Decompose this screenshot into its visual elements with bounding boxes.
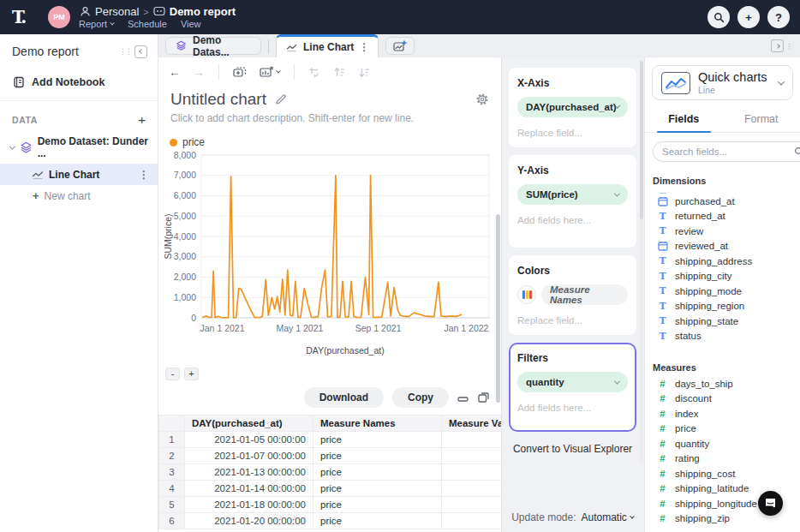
drag-handle-icon[interactable]: ⋮⋮ [119,47,131,56]
zoom-in-button[interactable]: + [184,368,199,380]
convert-to-visual-explorer-button[interactable]: Convert to Visual Explorer [509,443,636,455]
table-row[interactable]: 22021-01-07 00:00:00price [159,448,502,464]
dimension-item-review[interactable]: Treview [645,224,800,239]
line-chart-icon [285,41,298,54]
dimension-item-shipping_state[interactable]: Tshipping_state [645,314,800,329]
table-row[interactable]: 12021-01-05 00:00:00price [159,432,502,448]
measure-item-rating[interactable]: #rating [645,451,800,467]
swatch-bar-red [529,290,532,299]
chat-widget-button[interactable] [758,491,783,516]
maximize-results-icon[interactable] [478,392,489,403]
kebab-menu-icon[interactable]: ⋮ [139,169,149,181]
sidebar-new-chart-button[interactable]: + New chart [0,185,158,206]
measure-item-quantity[interactable]: #quantity [645,436,800,451]
filters-add-placeholder[interactable]: Add fields here... [517,403,628,413]
add-notebook-button[interactable]: Add Notebook [0,67,158,99]
scrollbar-thumb[interactable] [640,61,643,219]
filters-field-pill[interactable]: quantity [517,372,628,392]
sort-ascending-icon[interactable] [333,66,346,79]
breadcrumb-workspace[interactable]: Personal [95,5,139,18]
nav-view[interactable]: View [181,19,201,29]
colors-title: Colors [517,265,628,277]
minimize-results-icon[interactable] [457,392,469,403]
app-logo-icon[interactable]: T. [12,7,38,27]
col-row-index [159,415,185,432]
dimension-item-shipping_mode[interactable]: Tshipping_mode [645,284,800,299]
measure-item-discount[interactable]: #discount [645,392,800,407]
add-data-button[interactable]: + [138,113,146,126]
sidebar-line-chart-item[interactable]: Line Chart ⋮ [0,164,158,185]
props-scrollbar[interactable] [640,61,643,463]
results-table[interactable]: DAY(purchased_at) Measure Names Measure … [158,415,501,529]
colors-field-pill[interactable]: Measure Names [541,284,628,305]
global-search-button[interactable] [707,6,730,28]
quick-charts-selector[interactable]: Quick charts Line [652,65,793,100]
nav-schedule[interactable]: Schedule [128,19,167,29]
dataset-icon [175,39,188,52]
breadcrumb-report-title[interactable]: Demo report [170,5,236,18]
dimension-item-returned_at[interactable]: Treturned_at [645,209,800,224]
dimension-item-shipping_address[interactable]: Tshipping_address [645,254,800,269]
tab-line-chart-active[interactable]: Line Chart ⋮ [276,34,379,57]
expand-panel-icon[interactable] [771,39,784,52]
sort-descending-icon[interactable] [358,66,371,79]
dimension-item-reviewed_at[interactable]: reviewed_at [645,239,800,254]
edit-title-pencil-icon[interactable] [275,93,287,105]
tab-format[interactable]: Format [723,105,800,132]
copy-button[interactable]: Copy [392,387,449,408]
global-add-button[interactable]: + [737,6,760,28]
collapse-sidebar-icon[interactable] [134,45,147,58]
dimension-item-status[interactable]: Tstatus [645,329,800,344]
chart-title[interactable]: Untitled chart [170,90,266,109]
sidebar-dataset-item[interactable]: Demo Dataset: Dunder ... [0,131,158,164]
redo-forward-button[interactable]: → [193,65,205,79]
tab-dataset[interactable]: Demo Datas... [165,37,261,55]
measure-label: shipping_zip [675,513,730,523]
x-axis-replace-placeholder[interactable]: Replace field... [517,128,628,138]
chart-type-menu[interactable] [260,66,280,79]
dimension-item-shipping_region[interactable]: Tshipping_region [645,299,800,314]
chart-description-placeholder[interactable]: Click to add chart description. Shift-en… [158,109,501,124]
color-swatch-icon[interactable] [517,285,536,304]
col-measure-value[interactable]: Measure Value [442,415,502,432]
transpose-icon[interactable] [308,66,321,79]
undo-back-button[interactable]: ← [169,65,181,79]
measure-item-index[interactable]: #index [645,406,800,421]
field-search-box[interactable] [653,141,800,162]
data-section-header: DATA + [0,108,158,131]
help-button[interactable]: ? [767,6,790,28]
new-tab-button[interactable] [385,37,415,55]
table-row[interactable]: 52021-01-18 00:00:00price [159,497,502,513]
chevron-down-icon[interactable] [9,143,15,149]
duplicate-chart-icon[interactable] [233,66,248,79]
x-axis-field-pill[interactable]: DAY(purchased_at) [517,97,628,117]
col-day-purchased-at[interactable]: DAY(purchased_at) [185,415,313,432]
colors-replace-placeholder[interactable]: Replace field... [517,315,628,326]
measure-item-price[interactable]: #price [645,421,800,437]
search-fields-input[interactable] [662,146,794,157]
update-mode-select[interactable]: Automatic [582,511,634,523]
table-row[interactable]: 42021-01-14 00:00:00price [159,481,502,497]
chart-legend[interactable]: price [158,124,501,148]
line-chart-svg[interactable]: 01,0002,0003,0004,0005,0006,0007,0008,00… [160,148,496,362]
scrollbar-thumb[interactable] [496,214,500,403]
download-button[interactable]: Download [304,387,384,408]
zoom-out-button[interactable]: - [165,368,180,380]
dimension-item-purchased_at[interactable]: purchased_at [645,194,800,209]
kebab-menu-icon[interactable]: ⋮ [359,41,369,53]
nav-report-menu[interactable]: Report [79,19,114,29]
measure-item-days_to_ship[interactable]: #days_to_ship [645,376,800,392]
chart-settings-gear-icon[interactable] [475,93,489,106]
y-axis-field-pill[interactable]: SUM(price) [517,184,628,205]
user-avatar[interactable]: PM [48,6,70,28]
dimension-item-shipping_city[interactable]: Tshipping_city [645,269,800,284]
y-tick-label: 1,000 [174,292,196,302]
table-row[interactable]: 62021-01-20 00:00:00price [159,513,502,529]
table-row[interactable]: 32021-01-13 00:00:00price [159,464,502,481]
tab-fields[interactable]: Fields [645,105,723,132]
editor-scrollbar[interactable] [496,57,500,532]
report-chat-icon [153,6,165,18]
col-measure-names[interactable]: Measure Names [313,415,442,432]
measure-item-shipping_cost[interactable]: #shipping_cost [645,466,800,481]
y-axis-add-placeholder[interactable]: Add fields here... [517,215,628,225]
